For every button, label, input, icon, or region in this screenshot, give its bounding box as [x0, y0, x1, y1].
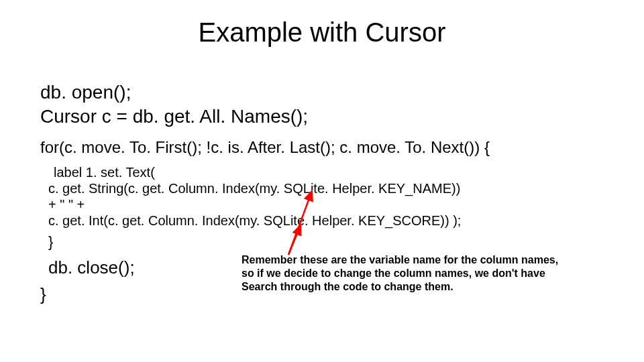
arrow-to-key-score — [288, 225, 301, 255]
slide-title: Example with Cursor — [0, 17, 644, 48]
code-line-9: db. close(); — [48, 257, 135, 278]
code-line-2: Cursor c = db. get. All. Names(); — [40, 106, 308, 127]
code-line-7: c. get. Int(c. get. Column. Index(my. SQ… — [48, 213, 461, 229]
code-line-6: + " " + — [48, 197, 85, 213]
annotation-line-3: Search through the code to change them. — [241, 280, 610, 294]
code-line-8: } — [48, 233, 53, 251]
code-line-3: for(c. move. To. First(); !c. is. After.… — [40, 138, 490, 157]
code-line-10: } — [40, 284, 46, 305]
code-line-1: db. open(); — [40, 82, 131, 103]
annotation-text: Remember these are the variable name for… — [241, 253, 610, 294]
slide: Example with Cursor db. open(); Cursor c… — [0, 0, 644, 362]
annotation-line-2: so if we decide to change the column nam… — [241, 267, 610, 280]
annotation-line-1: Remember these are the variable name for… — [241, 253, 610, 267]
code-line-5: c. get. String(c. get. Column. Index(my.… — [48, 181, 460, 196]
code-line-4: label 1. set. Text( — [54, 165, 155, 180]
